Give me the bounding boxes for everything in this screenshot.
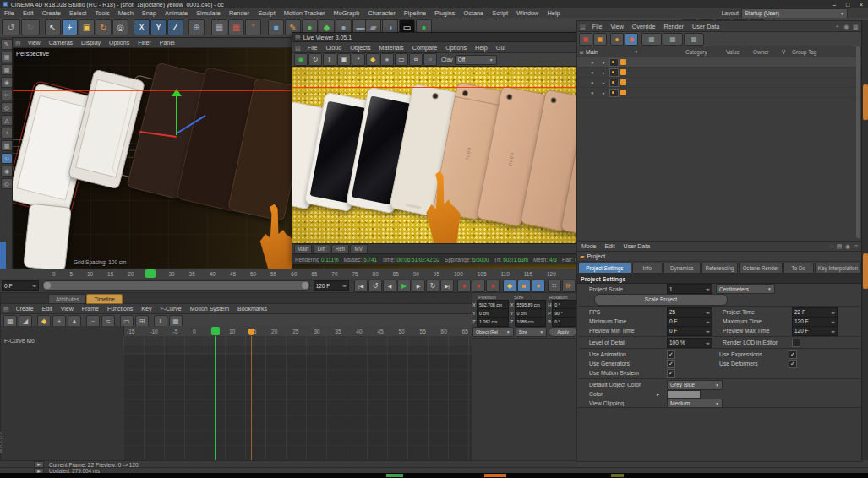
taskbar-item-green[interactable] — [386, 474, 403, 477]
rail-snap-icon[interactable]: ∪ — [1, 153, 13, 164]
record-keyframe-button[interactable]: ● — [457, 280, 471, 292]
taskbar-item-olive[interactable] — [611, 474, 624, 477]
mi-edit[interactable]: Edit — [601, 243, 620, 249]
lv-pause-button[interactable]: ‖ — [323, 53, 336, 66]
select-tool[interactable]: ↖ — [45, 19, 61, 35]
mi-cloud[interactable]: Cloud — [321, 44, 346, 52]
mi-character[interactable]: Character — [363, 9, 399, 17]
tab-octane-render[interactable]: Octane Render — [739, 263, 782, 274]
mi-file[interactable]: File — [303, 44, 322, 52]
lv-settings-button[interactable]: * — [352, 53, 365, 66]
use-expressions-checkbox[interactable]: ✓ — [789, 350, 797, 359]
record-position-button[interactable]: ● — [472, 280, 485, 292]
mi-render[interactable]: Render — [659, 23, 688, 30]
tab-timeline[interactable]: Timeline — [86, 294, 122, 304]
apply-button[interactable]: Apply — [549, 327, 577, 337]
color-swatch[interactable] — [667, 390, 701, 399]
mi-compare[interactable]: Compare — [408, 44, 442, 52]
column-owner[interactable]: Owner — [753, 49, 782, 55]
mi-edit[interactable]: Edit — [38, 306, 57, 312]
timeline-end-field[interactable]: 120 F◂▸ — [314, 280, 349, 291]
rail-pen-icon[interactable]: ✎ — [1, 39, 13, 50]
root-take-label[interactable]: Main — [586, 49, 635, 55]
next-frame-button[interactable]: ▶ — [412, 280, 425, 292]
mi-options[interactable]: Options — [105, 40, 134, 46]
mi-functions[interactable]: Functions — [103, 306, 137, 312]
rail-polygons-mode-icon[interactable]: △ — [1, 115, 13, 126]
lv-light-button[interactable]: ¤ — [409, 53, 423, 66]
mi-override[interactable]: Override — [628, 23, 660, 30]
mi-mesh[interactable]: Mesh — [114, 9, 138, 17]
tab-project-settings[interactable]: Project Settings — [578, 263, 631, 274]
column-v[interactable]: V — [782, 49, 792, 55]
lv-start-render-button[interactable]: ◉ — [294, 53, 308, 66]
mi-key[interactable]: Key — [137, 306, 156, 312]
lv-focus-picker-button[interactable]: ▭ — [395, 53, 408, 66]
undo-button[interactable]: ↺ — [2, 19, 20, 35]
take-tree-toggle[interactable]: ⊞ — [577, 49, 586, 55]
level-of-detail-field[interactable]: 100 %◂▸ — [667, 338, 712, 348]
mi-edit[interactable]: Edit — [19, 9, 38, 17]
tab-info[interactable]: Info — [632, 263, 663, 274]
mi-create[interactable]: Create — [12, 306, 38, 312]
lv-clay-dropdown[interactable]: Off▼ — [455, 55, 497, 65]
last-tool[interactable]: ◎ — [112, 19, 128, 35]
lv-material-picker-button[interactable]: ● — [380, 53, 394, 66]
timeline-playhead[interactable] — [145, 269, 156, 278]
lv-lock-button[interactable]: ◆ — [366, 53, 379, 66]
axis-x-toggle[interactable]: X — [134, 19, 150, 35]
minimize-button[interactable]: – — [827, 2, 841, 8]
tab-main[interactable]: Main — [294, 244, 312, 253]
render-settings-button[interactable]: * — [245, 19, 261, 35]
mi-help[interactable]: Help — [471, 44, 492, 52]
add-cube-menu[interactable]: ■ — [268, 19, 284, 35]
preview-min-time-field[interactable]: 0 F◂▸ — [667, 326, 712, 336]
mi-tools[interactable]: Tools — [90, 9, 113, 17]
mi-file[interactable]: File — [588, 23, 607, 30]
project-scale-field[interactable]: 1◂▸ — [667, 284, 712, 294]
mi-window[interactable]: Window — [512, 9, 543, 17]
mi-motion-tracker[interactable]: Motion Tracker — [280, 9, 330, 17]
layout-dropdown[interactable]: Startup (User)▼ — [741, 8, 848, 19]
mi-animate[interactable]: Animate — [161, 9, 192, 17]
mi-octane[interactable]: Octane — [459, 9, 488, 17]
lv-restart-button[interactable]: ↻ — [308, 53, 322, 66]
take-row[interactable]: ● ▸ — [577, 68, 862, 78]
mi-materials[interactable]: Materials — [375, 44, 408, 52]
column-value[interactable]: Value — [726, 49, 753, 55]
default-object-color-dropdown[interactable]: Grey Blue▼ — [667, 380, 723, 390]
rail-model-mode-icon[interactable]: ▦ — [1, 52, 13, 62]
mi-cameras[interactable]: Cameras — [45, 40, 77, 46]
keyframe-position-toggle[interactable]: ■ — [517, 280, 531, 292]
tab-attributes[interactable]: Attributes — [48, 294, 86, 304]
mi-simulate[interactable]: Simulate — [192, 9, 225, 17]
mi-mode[interactable]: Mode — [577, 243, 601, 249]
mi-pipeline[interactable]: Pipeline — [400, 9, 430, 17]
color-expander-icon[interactable]: ▸ — [657, 391, 667, 397]
fcurve-grid[interactable] — [123, 336, 472, 461]
autokey-button[interactable]: ◆ — [503, 280, 516, 292]
render-view-button[interactable]: ▦ — [211, 19, 227, 35]
render-lod-checkbox[interactable] — [792, 339, 800, 347]
take-settings-icon[interactable]: ▦ — [851, 23, 860, 30]
auto-take-button[interactable]: ● — [610, 33, 624, 46]
mi-sculpt[interactable]: Sculpt — [254, 9, 280, 17]
rail-edges-mode-icon[interactable]: ◇ — [1, 102, 13, 113]
attr-search-icon[interactable]: ◌ — [827, 243, 835, 249]
render-picture-viewer-button[interactable]: ▦ — [228, 19, 244, 35]
mi-mograph[interactable]: MoGraph — [330, 9, 364, 17]
take-camera-icon[interactable]: ◉ — [842, 23, 851, 30]
rail-workplane-icon[interactable]: ◉ — [1, 77, 13, 88]
use-deformers-checkbox[interactable]: ✓ — [789, 360, 797, 368]
loop-button[interactable]: ↻ — [426, 280, 439, 292]
tab-refl[interactable]: Refl — [331, 244, 349, 253]
size-z-field[interactable]: 1086 cm — [515, 317, 547, 327]
mi-options[interactable]: Options — [441, 44, 471, 52]
mi-objects[interactable]: Objects — [346, 44, 374, 52]
mi-user-data[interactable]: User Data — [688, 23, 723, 30]
axis-gizmo-y[interactable] — [176, 95, 177, 135]
new-child-take-button[interactable]: ▣ — [593, 33, 607, 46]
redo-button[interactable]: ↻ — [21, 19, 40, 35]
record-rotation-button[interactable]: ● — [486, 280, 500, 292]
take-list-view-button[interactable]: ▦ — [684, 33, 704, 46]
